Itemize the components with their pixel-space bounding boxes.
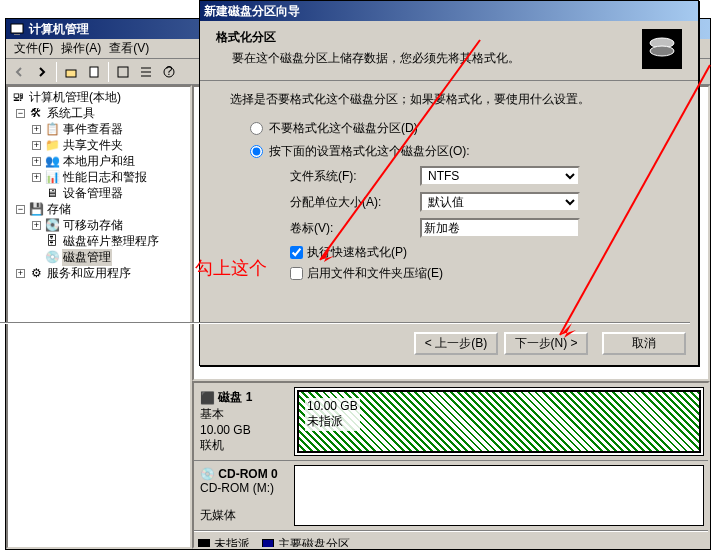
defrag-icon: 🗄 (44, 233, 60, 249)
alloc-select[interactable]: 默认值 (420, 192, 580, 212)
expand-icon[interactable]: + (32, 141, 41, 150)
dialog-header: 格式化分区 要在这个磁盘分区上储存数据，您必须先将其格式化。 (200, 21, 698, 81)
tree-storage[interactable]: −💾存储 (10, 201, 188, 217)
tree-local-users[interactable]: +👥本地用户和组 (10, 153, 188, 169)
expand-icon[interactable]: + (32, 221, 41, 230)
back-button[interactable] (8, 61, 30, 83)
forward-button[interactable] (31, 61, 53, 83)
menu-view[interactable]: 查看(V) (105, 38, 153, 59)
filesystem-select[interactable]: NTFS (420, 166, 580, 186)
dialog-title: 新建磁盘分区向导 (204, 3, 300, 20)
tree-services[interactable]: +⚙服务和应用程序 (10, 265, 188, 281)
dialog-titlebar[interactable]: 新建磁盘分区向导 (200, 1, 698, 21)
services-icon: ⚙ (28, 265, 44, 281)
quick-format-row[interactable]: 执行快速格式化(P) (290, 244, 668, 261)
collapse-icon[interactable]: − (16, 109, 25, 118)
svg-rect-3 (90, 67, 98, 77)
app-icon (9, 21, 25, 37)
tree-perf-logs[interactable]: +📊性能日志和警报 (10, 169, 188, 185)
next-button[interactable]: 下一步(N) > (504, 332, 588, 355)
disk-1-info: ⬛ 磁盘 1 基本 10.00 GB 联机 (198, 387, 294, 456)
disk-icon: 💿 (44, 249, 60, 265)
device-icon: 🖥 (44, 185, 60, 201)
tools-icon: 🛠 (28, 105, 44, 121)
tree-pane[interactable]: 🖳计算机管理(本地) −🛠系统工具 +📋事件查看器 +📁共享文件夹 +👥本地用户… (6, 85, 192, 549)
filesystem-row: 文件系统(F): NTFS (290, 166, 668, 186)
disk-icon: ⬛ (200, 391, 215, 405)
volume-label-input[interactable] (420, 218, 580, 238)
collapse-icon[interactable]: − (16, 205, 25, 214)
svg-rect-1 (14, 34, 20, 35)
refresh-button[interactable] (112, 61, 134, 83)
tree-diskmgmt[interactable]: 💿磁盘管理 (10, 249, 188, 265)
back-button[interactable]: < 上一步(B) (414, 332, 498, 355)
properties-button[interactable] (83, 61, 105, 83)
tree-event-viewer[interactable]: +📋事件查看器 (10, 121, 188, 137)
disk-panel: ⬛ 磁盘 1 基本 10.00 GB 联机 10.00 GB 未指派 (192, 381, 710, 549)
disk-1-segment[interactable]: 10.00 GB 未指派 (297, 390, 701, 453)
dialog-subheading: 要在这个磁盘分区上储存数据，您必须先将其格式化。 (232, 50, 642, 67)
cancel-button[interactable]: 取消 (602, 332, 686, 355)
expand-icon[interactable]: + (32, 125, 41, 134)
svg-point-8 (650, 46, 674, 56)
dialog-buttons: < 上一步(B) 下一步(N) > 取消 (414, 332, 686, 355)
svg-rect-2 (66, 70, 76, 77)
annotation-text: 勾上这个 (195, 256, 267, 280)
users-icon: 👥 (44, 153, 60, 169)
dialog-heading: 格式化分区 (216, 29, 642, 46)
svg-text:?: ? (166, 65, 173, 78)
legend-primary-box (262, 539, 274, 550)
disk-wizard-icon (642, 29, 682, 69)
disk-1-row[interactable]: ⬛ 磁盘 1 基本 10.00 GB 联机 10.00 GB 未指派 (194, 383, 708, 461)
removable-icon: 💽 (44, 217, 60, 233)
expand-icon[interactable]: + (32, 157, 41, 166)
alloc-row: 分配单位大小(A): 默认值 (290, 192, 668, 212)
radio-yes-format[interactable]: 按下面的设置格式化这个磁盘分区(O): (250, 143, 668, 160)
svg-rect-4 (118, 67, 128, 77)
event-icon: 📋 (44, 121, 60, 137)
cdrom-icon: 💿 (200, 467, 215, 481)
cdrom-graphic[interactable] (294, 465, 704, 526)
dialog-instruction: 选择是否要格式化这个磁盘分区；如果要格式化，要使用什么设置。 (230, 91, 668, 108)
tree-removable[interactable]: +💽可移动存储 (10, 217, 188, 233)
expand-icon[interactable]: + (32, 173, 41, 182)
tree-defrag[interactable]: 🗄磁盘碎片整理程序 (10, 233, 188, 249)
disk-1-graphic[interactable]: 10.00 GB 未指派 (294, 387, 704, 456)
svg-rect-0 (11, 24, 23, 33)
new-partition-wizard-dialog: 新建磁盘分区向导 格式化分区 要在这个磁盘分区上储存数据，您必须先将其格式化。 … (199, 0, 699, 366)
folder-icon: 📁 (44, 137, 60, 153)
radio-no-format[interactable]: 不要格式化这个磁盘分区(D) (250, 120, 668, 137)
radio-yes-format-input[interactable] (250, 145, 263, 158)
tree-device-mgr[interactable]: 🖥设备管理器 (10, 185, 188, 201)
tree-shared-folders[interactable]: +📁共享文件夹 (10, 137, 188, 153)
perf-icon: 📊 (44, 169, 60, 185)
legend: 未指派 主要磁盘分区 (194, 531, 708, 549)
menu-action[interactable]: 操作(A) (57, 38, 105, 59)
storage-icon: 💾 (28, 201, 44, 217)
cdrom-info: 💿 CD-ROM 0 CD-ROM (M:) 无媒体 (198, 465, 294, 526)
compress-checkbox[interactable] (290, 267, 303, 280)
tree-system-tools[interactable]: −🛠系统工具 (10, 105, 188, 121)
volume-label-row: 卷标(V): (290, 218, 668, 238)
cdrom-row[interactable]: 💿 CD-ROM 0 CD-ROM (M:) 无媒体 (194, 461, 708, 531)
computer-icon: 🖳 (10, 89, 26, 105)
list-button[interactable] (135, 61, 157, 83)
menu-file[interactable]: 文件(F) (10, 38, 57, 59)
radio-no-format-input[interactable] (250, 122, 263, 135)
dialog-body: 选择是否要格式化这个磁盘分区；如果要格式化，要使用什么设置。 不要格式化这个磁盘… (200, 81, 698, 296)
tree-root[interactable]: 🖳计算机管理(本地) (10, 89, 188, 105)
quick-format-checkbox[interactable] (290, 246, 303, 259)
legend-unalloc-box (198, 539, 210, 550)
expand-icon[interactable]: + (16, 269, 25, 278)
up-button[interactable] (60, 61, 82, 83)
help-button[interactable]: ? (158, 61, 180, 83)
compress-row[interactable]: 启用文件和文件夹压缩(E) (290, 265, 668, 282)
